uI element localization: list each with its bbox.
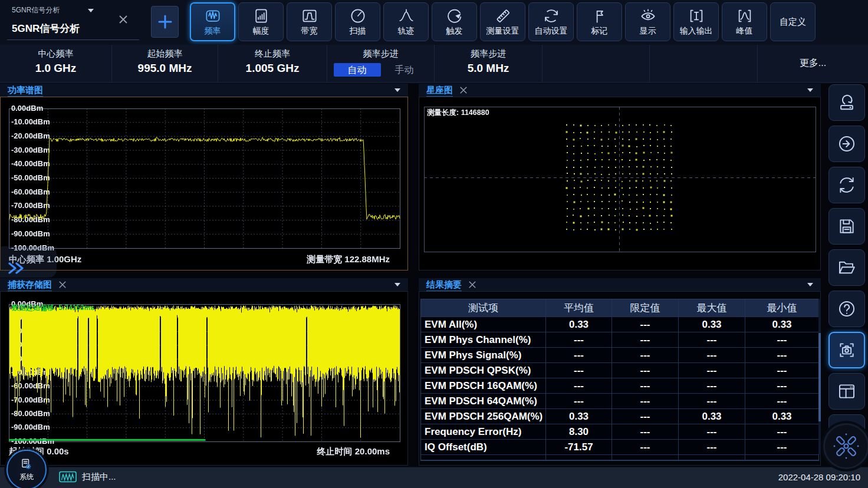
close-icon[interactable]	[58, 280, 67, 289]
results-cell: ---	[679, 348, 745, 363]
display-layout-button[interactable]	[828, 373, 865, 410]
toolbar-button-trigger[interactable]: 触发	[432, 2, 477, 41]
save-button[interactable]	[828, 208, 865, 245]
results-cell: ---	[612, 424, 679, 440]
param-toggle: 自动手动	[334, 63, 428, 77]
tab-close-icon[interactable]	[117, 13, 130, 26]
collapse-icon[interactable]	[807, 88, 813, 92]
toolbar-button-peak[interactable]: 峰值	[722, 2, 767, 41]
param-center-freq[interactable]: 中心频率1.0 GHz	[0, 45, 112, 82]
scan-status: 扫描中...	[59, 471, 116, 483]
bandwidth-icon	[301, 7, 318, 25]
expand-drawer-button[interactable]	[7, 262, 26, 277]
preset-icon	[837, 93, 857, 113]
param-start-freq[interactable]: 起始频率995.0 MHz	[112, 45, 218, 82]
toolbar-button-io[interactable]: 输入输出	[673, 2, 719, 41]
table-row: EVM PDSCH 16QAM(%)------------	[421, 378, 818, 394]
more-button[interactable]: 更多...	[800, 57, 826, 70]
add-tab-button[interactable]	[151, 6, 179, 38]
frequency-icon	[204, 7, 222, 25]
close-icon[interactable]	[468, 280, 477, 289]
open-button[interactable]	[828, 249, 865, 286]
display-icon	[639, 7, 657, 25]
continue-button[interactable]	[828, 126, 865, 162]
toolbar-button-bandwidth[interactable]: 带宽	[287, 2, 332, 41]
trace-icon	[397, 7, 415, 25]
tab-title: 5GNR信号分析	[12, 22, 80, 35]
auto-setup-icon	[542, 7, 560, 25]
close-icon[interactable]	[459, 85, 468, 95]
toolbar-button-custom[interactable]: 自定义	[770, 2, 816, 41]
system-button[interactable]: 系统	[6, 450, 47, 488]
param-more[interactable]: 更多...	[758, 45, 868, 82]
results-cell: 0.33	[546, 317, 612, 332]
table-row: EVM Phys Channel(%)------------	[421, 332, 818, 348]
toolbar-button-meas-setup[interactable]: 测量设置	[480, 2, 525, 41]
open-icon	[837, 258, 857, 278]
parameter-bar: 中心频率1.0 GHz起始频率995.0 MHz终止频率1.005 GHz频率步…	[0, 45, 868, 83]
meas-setup-icon	[494, 7, 512, 25]
toggle-option-自动[interactable]: 自动	[334, 63, 381, 77]
toolbar-button-display[interactable]: 显示	[625, 2, 670, 41]
nav-cluster-button[interactable]	[823, 423, 868, 469]
restart-button[interactable]	[828, 167, 865, 203]
table-row: EVM All(%)0.33---0.330.33	[421, 317, 818, 332]
collapse-icon[interactable]	[807, 283, 813, 286]
results-cell: Frequency Error(Hz)	[421, 424, 546, 440]
param-value: 1.0 GHz	[35, 62, 77, 75]
param-empty-2	[650, 45, 758, 82]
screenshot-button[interactable]	[828, 332, 865, 368]
param-label: 中心频率	[38, 48, 74, 60]
table-row: EVM Phys Signal(%)------------	[421, 348, 818, 363]
results-cell: 0.33	[679, 317, 745, 332]
table-row-partial	[421, 455, 818, 460]
chevron-down-icon[interactable]	[88, 9, 94, 12]
peak-icon	[736, 7, 754, 25]
toolbar-button-marker[interactable]: 标记	[577, 2, 622, 41]
toolbar-button-label: 触发	[446, 26, 463, 37]
preset-button[interactable]	[828, 84, 865, 121]
results-cell: EVM PDSCH 64QAM(%)	[421, 394, 546, 409]
param-value: 5.0 MHz	[468, 62, 509, 75]
save-icon	[837, 216, 857, 236]
toolbar-buttons: 频率幅度带宽扫描轨迹触发测量设置自动设置标记显示输入输出峰值自定义	[190, 2, 816, 41]
constellation-content: 测量长度: 1146880	[419, 97, 821, 271]
collapse-icon[interactable]	[394, 88, 400, 92]
results-cell: 8.30	[546, 424, 612, 440]
help-button[interactable]	[828, 291, 865, 327]
results-cell: EVM PDSCH QPSK(%)	[421, 363, 546, 378]
capture-plot	[1, 292, 407, 465]
results-cell	[546, 455, 612, 460]
results-header-cell: 最小值	[745, 299, 818, 317]
results-cell: ---	[745, 424, 818, 440]
param-label: 终止频率	[255, 48, 290, 60]
results-cell: ---	[612, 317, 679, 332]
system-label: 系统	[19, 472, 34, 482]
param-freq-step-mode[interactable]: 频率步进自动手动	[327, 45, 435, 82]
results-cell: EVM All(%)	[421, 317, 546, 332]
results-header-row: 测试项平均值限定值最大值最小值	[421, 299, 818, 317]
table-row: IQ Offset(dB)-71.57---------	[421, 440, 818, 455]
stop-time-readout: 终止时间 20.00ms	[317, 446, 390, 457]
results-cell: ---	[546, 363, 612, 378]
param-value: 1.005 GHz	[246, 62, 300, 75]
results-cell: -71.57	[546, 440, 612, 455]
results-header-cell: 限定值	[612, 299, 679, 317]
power-spectrum-content: 中心频率 1.00GHz 测量带宽 122.88MHz	[0, 97, 408, 271]
toolbar-button-amplitude[interactable]: 幅度	[238, 2, 284, 41]
toolbar-button-sweep[interactable]: 扫描	[335, 2, 380, 41]
power-spectrum-plot	[1, 97, 407, 270]
system-icon	[19, 457, 34, 471]
toolbar-button-trace[interactable]: 轨迹	[383, 2, 429, 41]
toolbar-button-frequency[interactable]: 频率	[190, 2, 235, 41]
toolbar-button-auto-setup[interactable]: 自动设置	[528, 2, 574, 41]
results-cell: ---	[745, 394, 818, 409]
panel-constellation-titlebar: 星座图	[419, 84, 821, 97]
param-stop-freq[interactable]: 终止频率1.005 GHz	[218, 45, 327, 82]
amplitude-icon	[252, 7, 270, 25]
collapse-icon[interactable]	[394, 283, 400, 286]
toggle-option-手动[interactable]: 手动	[381, 63, 428, 77]
results-scrollbar-thumb[interactable]	[818, 333, 821, 421]
param-freq-step[interactable]: 频率步进5.0 MHz	[435, 45, 542, 82]
sweep-status-icon	[59, 471, 77, 483]
